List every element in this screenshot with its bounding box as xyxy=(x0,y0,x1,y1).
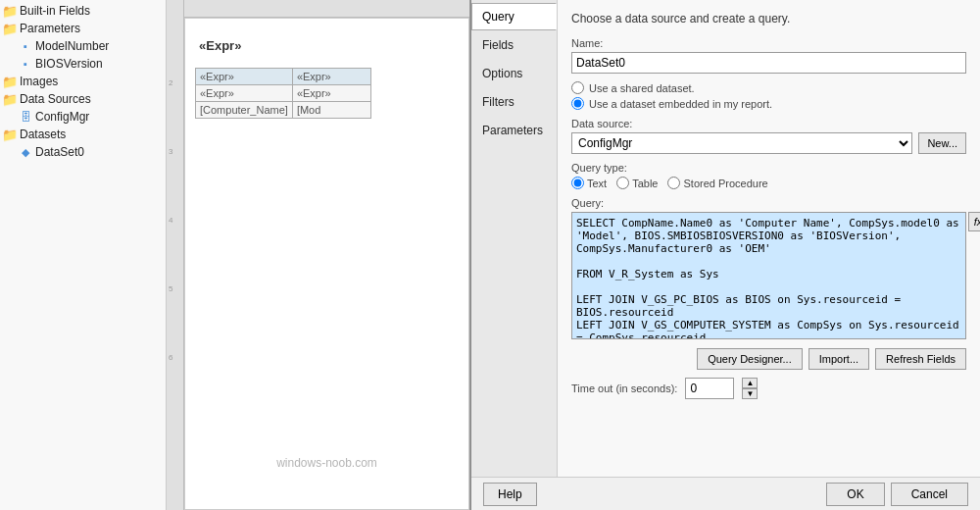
table-header-expr1: «Expr» xyxy=(196,69,293,85)
dialog-content-area: Choose a data source and create a query.… xyxy=(558,0,980,477)
sidebar-item-config-mgr[interactable]: 🗄 ConfigMgr xyxy=(16,108,166,126)
folder-icon: 📁 xyxy=(2,21,18,36)
fx-button[interactable]: fx xyxy=(968,212,980,231)
spinner-down[interactable]: ▼ xyxy=(742,388,758,399)
sidebar-item-dataset0[interactable]: ◆ DataSet0 xyxy=(16,143,166,161)
datasource-row: ConfigMgr New... xyxy=(571,132,966,154)
folder-icon: 📁 xyxy=(2,91,18,107)
table-detail-expr1: «Expr» xyxy=(196,85,293,102)
query-label: Query: xyxy=(571,197,966,209)
name-input[interactable] xyxy=(571,52,966,74)
refresh-fields-button[interactable]: Refresh Fields xyxy=(875,348,966,370)
query-container: SELECT CompName.Name0 as 'Computer Name'… xyxy=(571,212,966,342)
report-table: «Expr» «Expr» «Expr» «Expr» [Computer_Na… xyxy=(195,68,371,119)
query-type-table-label: Table xyxy=(632,178,658,189)
sidebar-label-config-mgr: ConfigMgr xyxy=(35,110,89,124)
query-type-stored-radio[interactable] xyxy=(667,177,680,189)
query-type-stored-option[interactable]: Stored Procedure xyxy=(667,177,767,189)
watermark: windows-noob.com xyxy=(276,456,377,470)
design-surface: «Expr» «Expr» «Expr» «Expr» «Expr» [Comp… xyxy=(184,18,469,510)
sidebar-label-parameters: Parameters xyxy=(20,22,80,35)
tab-filters[interactable]: Filters xyxy=(471,88,557,116)
tab-query[interactable]: Query xyxy=(471,3,557,30)
table-header-expr2: «Expr» xyxy=(292,69,370,85)
cancel-button[interactable]: Cancel xyxy=(891,483,968,506)
sidebar-item-bios-version[interactable]: ▪ BIOSVersion xyxy=(16,55,166,73)
sidebar-label-bios-version: BIOSVersion xyxy=(35,57,103,71)
ok-button[interactable]: OK xyxy=(826,483,884,506)
ok-cancel-buttons: OK Cancel xyxy=(826,483,968,506)
sidebar-tree: 📁 Built-in Fields 📁 Parameters ▪ ModelNu… xyxy=(0,0,167,510)
datasource-select[interactable]: ConfigMgr xyxy=(571,132,912,154)
table-data-model: [Mod xyxy=(292,102,370,119)
dialog-title: Choose a data source and create a query. xyxy=(571,12,966,26)
tab-options[interactable]: Options xyxy=(471,60,557,87)
timeout-input[interactable] xyxy=(685,378,734,399)
query-textarea[interactable]: SELECT CompName.Name0 as 'Computer Name'… xyxy=(571,212,966,339)
sidebar-item-built-in-fields[interactable]: 📁 Built-in Fields xyxy=(0,2,166,20)
sidebar-label-images: Images xyxy=(20,75,58,88)
shared-dataset-label: Use a shared dataset. xyxy=(589,82,695,94)
timeout-label: Time out (in seconds): xyxy=(571,382,677,394)
sidebar-label-dataset0: DataSet0 xyxy=(35,145,84,159)
tab-parameters[interactable]: Parameters xyxy=(471,117,557,144)
sidebar-item-parameters[interactable]: 📁 Parameters xyxy=(0,20,166,37)
datasource-label: Data source: xyxy=(571,118,966,129)
import-button[interactable]: Import... xyxy=(808,348,869,370)
query-type-text-option[interactable]: Text xyxy=(571,177,607,189)
sidebar-item-images[interactable]: 📁 Images xyxy=(0,73,166,90)
shared-dataset-radio[interactable] xyxy=(571,81,584,94)
table-data-computer-name: [Computer_Name] xyxy=(196,102,293,119)
embedded-dataset-label: Use a dataset embedded in my report. xyxy=(589,98,772,110)
sidebar-item-datasets[interactable]: 📁 Datasets xyxy=(0,126,166,143)
datasource-icon: 🗄 xyxy=(18,109,33,125)
query-type-text-label: Text xyxy=(587,178,607,189)
expr-header: «Expr» xyxy=(195,36,245,55)
folder-icon: 📁 xyxy=(2,3,18,19)
sidebar-label-built-in-fields: Built-in Fields xyxy=(20,4,90,18)
shared-dataset-option[interactable]: Use a shared dataset. xyxy=(571,81,966,94)
query-type-table-radio[interactable] xyxy=(616,177,629,189)
ruler-top xyxy=(184,0,469,18)
query-type-label: Query type: xyxy=(571,162,966,174)
ruler-left: 2 3 4 5 6 xyxy=(167,0,184,510)
tab-fields[interactable]: Fields xyxy=(471,31,557,59)
name-label: Name: xyxy=(571,37,966,49)
query-action-buttons: Query Designer... Import... Refresh Fiel… xyxy=(571,348,966,370)
folder-icon: 📁 xyxy=(2,127,18,142)
query-type-text-radio[interactable] xyxy=(571,177,584,189)
timeout-spinner[interactable]: ▲ ▼ xyxy=(742,378,758,399)
dialog-nav: Query Fields Options Filters Parameters xyxy=(471,0,558,477)
sidebar-item-data-sources[interactable]: 📁 Data Sources xyxy=(0,90,166,108)
dataset-type-radio-group: Use a shared dataset. Use a dataset embe… xyxy=(571,81,966,110)
query-type-stored-label: Stored Procedure xyxy=(683,178,767,189)
dataset-dialog: Query Fields Options Filters Parameters … xyxy=(470,0,980,510)
folder-icon: 📁 xyxy=(2,74,18,89)
sidebar-label-model-number: ModelNumber xyxy=(35,39,109,53)
new-datasource-button[interactable]: New... xyxy=(918,132,966,154)
dialog-bottom-bar: Help OK Cancel xyxy=(471,477,980,510)
embedded-dataset-radio[interactable] xyxy=(571,97,584,110)
query-type-table-option[interactable]: Table xyxy=(616,177,658,189)
sidebar-item-model-number[interactable]: ▪ ModelNumber xyxy=(16,37,166,55)
field-icon: ▪ xyxy=(18,56,33,72)
dataset-icon: ◆ xyxy=(18,144,33,160)
design-canvas: 2 3 4 5 6 «Expr» «Expr» «Expr» «Expr» «E… xyxy=(167,0,469,510)
query-type-row: Text Table Stored Procedure xyxy=(571,177,966,189)
embedded-dataset-option[interactable]: Use a dataset embedded in my report. xyxy=(571,97,966,110)
field-icon: ▪ xyxy=(18,38,33,54)
sidebar-label-data-sources: Data Sources xyxy=(20,92,91,106)
sidebar-label-datasets: Datasets xyxy=(20,128,66,141)
table-detail-expr2: «Expr» xyxy=(292,85,370,102)
help-button[interactable]: Help xyxy=(483,483,537,506)
timeout-row: Time out (in seconds): ▲ ▼ xyxy=(571,378,966,399)
spinner-up[interactable]: ▲ xyxy=(742,378,758,388)
query-designer-button[interactable]: Query Designer... xyxy=(697,348,803,370)
